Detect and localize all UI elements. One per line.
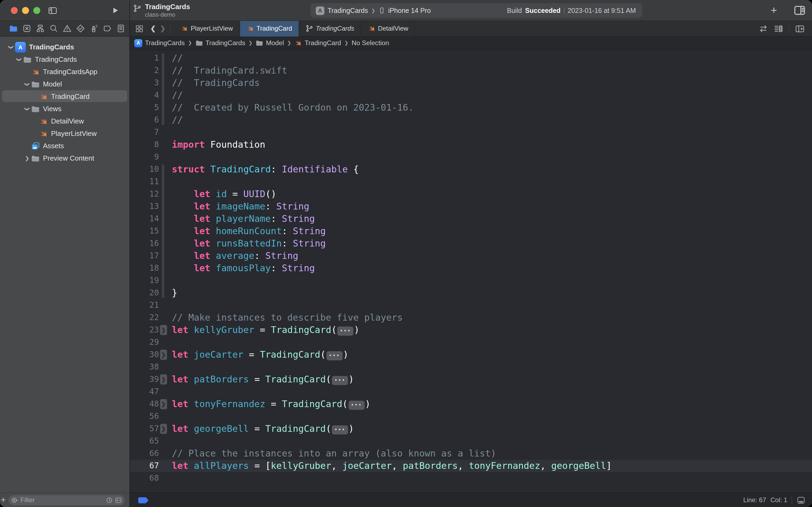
sidebar-divider[interactable]	[129, 0, 130, 507]
code-line-text[interactable]	[172, 274, 812, 287]
fold-chevron-icon[interactable]: ❯	[160, 350, 167, 360]
line-number[interactable]: 56	[129, 410, 159, 423]
code-line-18[interactable]: 18 let famousPlay: String	[129, 262, 812, 274]
code-line-22[interactable]: 22// Make instances to describe five pla…	[129, 312, 812, 324]
breadcrumb-item[interactable]: TradingCard	[294, 39, 341, 47]
fold-region-bar[interactable]	[162, 200, 164, 213]
fold-region-bar[interactable]	[162, 89, 164, 102]
filter-field[interactable]	[9, 495, 125, 505]
fold-ribbon[interactable]: ❯	[159, 349, 172, 361]
line-number[interactable]: 18	[129, 262, 159, 274]
code-line-56[interactable]: 56	[129, 410, 812, 423]
sidebar-item-detailview[interactable]: DetailView	[0, 115, 129, 127]
editor-arrangement-icon[interactable]	[774, 24, 783, 33]
line-number[interactable]: 7	[129, 126, 159, 138]
show-editor-grid-icon[interactable]	[135, 24, 143, 33]
fold-region-bar[interactable]	[162, 176, 164, 188]
code-line-68[interactable]: 68	[129, 472, 812, 485]
fold-region-bar[interactable]	[162, 213, 164, 225]
code-line-4[interactable]: 4//	[129, 89, 812, 102]
disclosure-chevron-icon[interactable]: ❯	[24, 80, 30, 88]
code-line-17[interactable]: 17 let average: String	[129, 250, 812, 262]
code-line-text[interactable]	[172, 410, 812, 423]
fold-region-bar[interactable]	[162, 164, 164, 176]
fold-ribbon[interactable]: ❯	[159, 373, 172, 386]
line-number[interactable]: 8	[129, 138, 159, 151]
code-line-66[interactable]: 66// Place the instances into an array (…	[129, 447, 812, 460]
code-line-47[interactable]: 47	[129, 386, 812, 398]
go-back-icon[interactable]: ❮	[148, 25, 158, 32]
fold-region-bar[interactable]	[162, 237, 164, 250]
scheme-selector[interactable]: A TradingCards ❯ iPhone 14 Pro	[316, 6, 431, 15]
code-line-16[interactable]: 16 let runsBattedIn: String	[129, 237, 812, 250]
code-line-text[interactable]: //	[172, 114, 812, 126]
filter-input[interactable]	[20, 496, 104, 504]
line-number[interactable]: 4	[129, 89, 159, 102]
tests-navigator-icon[interactable]	[76, 24, 85, 33]
code-line-text[interactable]	[172, 299, 812, 312]
sidebar-item-preview-content[interactable]: ❯Preview Content	[0, 152, 129, 164]
line-number[interactable]: 66	[129, 447, 159, 460]
folded-code-pill[interactable]: •••	[332, 425, 348, 434]
swap-editors-icon[interactable]	[759, 24, 768, 33]
line-number[interactable]: 65	[129, 435, 159, 447]
symbols-navigator-icon[interactable]	[36, 24, 45, 33]
line-number[interactable]: 68	[129, 472, 159, 485]
minimize-window-button[interactable]	[22, 7, 29, 14]
build-status[interactable]: BuildSucceeded 2023-01-16 at 9:51 AM	[507, 7, 636, 14]
code-line-text[interactable]	[172, 361, 812, 373]
code-line-text[interactable]: let allPlayers = [kellyGruber, joeCarter…	[172, 460, 812, 472]
breadcrumb-item[interactable]: Model	[255, 39, 284, 47]
tab-tradingcard[interactable]: TradingCard	[240, 21, 299, 36]
go-forward-icon[interactable]: ❯	[158, 25, 168, 32]
sidebar-item-views[interactable]: ❯Views	[0, 103, 129, 115]
breadcrumb-item[interactable]: TradingCards	[195, 39, 245, 47]
code-line-2[interactable]: 2// TradingCard.swift	[129, 64, 812, 77]
scheme-device-name[interactable]: iPhone 14 Pro	[388, 7, 431, 14]
code-line-38[interactable]: 38	[129, 361, 812, 373]
code-line-39[interactable]: 39❯let patBorders = TradingCard(•••)	[129, 373, 812, 386]
close-window-button[interactable]	[11, 7, 18, 14]
changes-navigator-icon[interactable]	[22, 24, 31, 33]
code-editor[interactable]: 1//2// TradingCard.swift3// TradingCards…	[129, 50, 812, 493]
line-number[interactable]: 5	[129, 102, 159, 114]
line-number[interactable]: 47	[129, 386, 159, 398]
code-line-text[interactable]	[172, 126, 812, 138]
sidebar-item-playerlistview[interactable]: PlayerListView	[0, 127, 129, 139]
fold-chevron-icon[interactable]: ❯	[160, 399, 167, 409]
fold-chevron-icon[interactable]: ❯	[160, 374, 167, 385]
sidebar-item-tradingcard[interactable]: TradingCard	[0, 90, 129, 103]
line-number[interactable]: 13	[129, 200, 159, 213]
code-line-text[interactable]	[172, 435, 812, 447]
find-navigator-icon[interactable]	[49, 24, 58, 33]
fold-region-bar[interactable]	[162, 262, 164, 274]
line-number[interactable]: 10	[129, 163, 159, 176]
code-line-text[interactable]: let tonyFernandez = TradingCard(•••)	[172, 398, 812, 410]
code-line-10[interactable]: 10struct TradingCard: Identifiable {	[129, 163, 812, 176]
fold-region-bar[interactable]	[162, 53, 164, 64]
sidebar-item-tradingcards[interactable]: ❯TradingCards	[0, 53, 129, 65]
line-number[interactable]: 57	[129, 423, 159, 435]
line-number[interactable]: 30	[129, 349, 159, 361]
code-line-20[interactable]: 20}	[129, 287, 812, 299]
disclosure-chevron-icon[interactable]: ❯	[16, 56, 22, 63]
breakpoints-navigator-icon[interactable]	[103, 24, 112, 33]
fold-chevron-icon[interactable]: ❯	[160, 325, 167, 335]
code-line-12[interactable]: 12 let id = UUID()	[129, 188, 812, 200]
sidebar-item-model[interactable]: ❯Model	[0, 78, 129, 90]
code-line-1[interactable]: 1//	[129, 52, 812, 64]
line-number[interactable]: 16	[129, 237, 159, 250]
fold-region-bar[interactable]	[162, 287, 164, 298]
line-number[interactable]: 21	[129, 299, 159, 312]
code-line-6[interactable]: 6//	[129, 114, 812, 126]
code-line-text[interactable]: // TradingCard.swift	[172, 64, 812, 77]
reports-navigator-icon[interactable]	[117, 24, 125, 33]
fold-region-bar[interactable]	[162, 64, 164, 77]
code-line-text[interactable]: let playerName: String	[172, 213, 812, 225]
code-line-text[interactable]: // TradingCards	[172, 77, 812, 89]
source-control-filter-icon[interactable]	[115, 497, 122, 504]
toggle-inspector-icon[interactable]	[794, 4, 806, 17]
folded-code-pill[interactable]: •••	[332, 376, 348, 385]
run-button[interactable]	[112, 6, 119, 14]
code-line-15[interactable]: 15 let homeRunCount: String	[129, 225, 812, 237]
